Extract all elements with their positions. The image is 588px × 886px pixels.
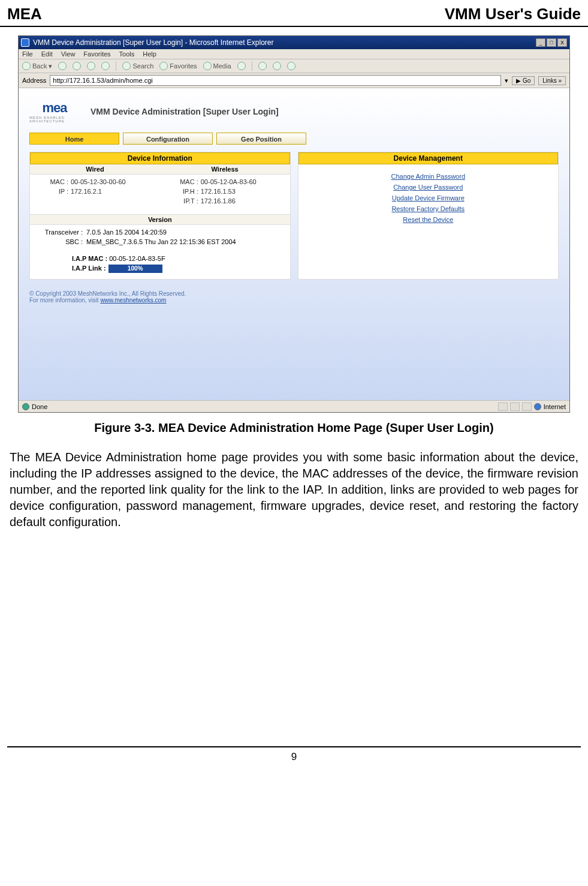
copyright-line1: © Copyright 2003 MeshNetworks Inc., All … [29, 290, 559, 297]
maximize-button[interactable]: □ [547, 38, 556, 47]
media-icon [203, 62, 212, 70]
link-update-firmware[interactable]: Update Device Firmware [298, 194, 559, 202]
toolbar: Back ▾ Search Favorites Media [19, 59, 569, 73]
wireless-mac: 00-05-12-0A-83-60 [201, 177, 257, 187]
mail-button[interactable] [258, 62, 267, 70]
copyright-block: © Copyright 2003 MeshNetworks Inc., All … [29, 290, 559, 304]
app-page-title: VMM Device Administration [Super User Lo… [91, 107, 279, 116]
mail-icon [258, 62, 267, 70]
device-info-header: Device Information [30, 152, 290, 164]
status-seg [498, 403, 508, 411]
tab-configuration[interactable]: Configuration [123, 133, 213, 145]
address-dropdown-icon[interactable]: ▾ [505, 77, 508, 85]
media-button[interactable]: Media [203, 62, 231, 70]
status-internet: Internet [544, 403, 566, 410]
menu-file[interactable]: File [22, 50, 33, 58]
toolbar-separator [252, 61, 252, 71]
sbc-version: MEM_SBC_7.3.6.5 Thu Jan 22 12:15:36 EST … [86, 237, 236, 247]
address-bar: Address ▾ ▶ Go Links » [19, 73, 569, 88]
refresh-icon [87, 62, 95, 70]
wireless-iph: 172.16.1.53 [201, 187, 236, 196]
status-done: Done [32, 403, 47, 410]
device-info-panel: Device Information Wired Wireless MAC :0… [29, 152, 291, 280]
menu-edit[interactable]: Edit [41, 50, 53, 58]
iap-mac: 00-05-12-0A-83-5F [109, 255, 165, 262]
history-icon [237, 62, 246, 70]
refresh-button[interactable] [87, 62, 95, 70]
menu-view[interactable]: View [61, 50, 76, 58]
status-seg [522, 403, 532, 411]
window-titlebar[interactable]: VMM Device Administration [Super User Lo… [19, 36, 569, 49]
wireless-subheader: Wireless [160, 164, 290, 175]
window-title: VMM Device Administration [Super User Lo… [33, 38, 273, 47]
home-icon [101, 62, 110, 70]
ie-icon [21, 38, 29, 47]
address-label: Address [22, 77, 46, 84]
address-input[interactable] [50, 75, 501, 86]
status-bar: Done Internet [19, 400, 569, 412]
back-icon [22, 62, 31, 70]
go-button[interactable]: ▶ Go [512, 76, 535, 85]
internet-icon [534, 403, 541, 410]
print-icon [273, 62, 281, 70]
edit-button[interactable] [287, 62, 295, 70]
doc-header-left: MEA [7, 5, 42, 23]
status-seg [510, 403, 520, 411]
history-button[interactable] [237, 62, 246, 70]
wireless-ipt: 172.16.1.86 [201, 196, 236, 206]
link-reset-device[interactable]: Reset the Device [298, 216, 559, 223]
search-icon [122, 62, 131, 70]
ie-window: VMM Device Administration [Super User Lo… [18, 35, 570, 413]
close-button[interactable]: X [557, 38, 567, 47]
done-icon [22, 403, 29, 410]
menu-help[interactable]: Help [143, 50, 156, 58]
wired-subheader: Wired [30, 164, 160, 175]
menubar: File Edit View Favorites Tools Help [19, 49, 569, 59]
iap-link-bar: 100% [108, 265, 162, 273]
links-button[interactable]: Links » [538, 76, 566, 85]
tab-geo-position[interactable]: Geo Position [216, 133, 306, 145]
doc-header-right: VMM User's Guide [445, 5, 581, 23]
forward-icon [58, 62, 67, 70]
link-restore-defaults[interactable]: Restore Factory Defaults [298, 205, 559, 212]
link-change-user-password[interactable]: Change User Password [298, 184, 559, 191]
toolbar-separator [116, 61, 116, 71]
stop-button[interactable] [73, 62, 81, 70]
page-number: 9 [0, 751, 588, 763]
search-button[interactable]: Search [122, 62, 153, 70]
doc-header: MEA VMM User's Guide [0, 0, 588, 27]
transceiver-version: 7.0.5 Jan 15 2004 14:20:59 [86, 227, 167, 237]
minimize-button[interactable]: _ [536, 38, 545, 47]
menu-tools[interactable]: Tools [119, 50, 135, 58]
mea-logo: mea MESH ENABLED ARCHITECTURE [29, 98, 80, 125]
wired-ip: 172.16.2.1 [71, 187, 102, 196]
link-meshnetworks[interactable]: www.meshnetworks.com [100, 297, 166, 304]
home-button[interactable] [101, 62, 110, 70]
star-icon [159, 62, 168, 70]
tab-home[interactable]: Home [29, 133, 119, 145]
edit-icon [287, 62, 295, 70]
back-button[interactable]: Back ▾ [22, 62, 52, 70]
wired-mac: 00-05-12-30-00-60 [71, 177, 126, 187]
wired-col: MAC :00-05-12-30-00-60 IP :172.16.2.1 [30, 175, 160, 208]
favorites-button[interactable]: Favorites [159, 62, 197, 70]
body-paragraph: The MEA Device Administration home page … [10, 449, 578, 530]
forward-button[interactable] [58, 62, 67, 70]
stop-icon [73, 62, 81, 70]
version-header: Version [30, 214, 290, 225]
footer-rule [7, 746, 581, 747]
device-mgmt-header: Device Management [298, 152, 559, 164]
device-mgmt-panel: Device Management Change Admin Password … [298, 152, 559, 280]
wireless-col: MAC :00-05-12-0A-83-60 IP.H :172.16.1.53… [160, 175, 290, 208]
menu-favorites[interactable]: Favorites [83, 50, 110, 58]
browser-viewport: mea MESH ENABLED ARCHITECTURE VMM Device… [19, 88, 569, 400]
link-change-admin-password[interactable]: Change Admin Password [298, 173, 559, 180]
nav-tabs: Home Configuration Geo Position [29, 133, 562, 145]
figure-caption: Figure 3-3. MEA Device Administration Ho… [18, 421, 570, 435]
print-button[interactable] [273, 62, 281, 70]
